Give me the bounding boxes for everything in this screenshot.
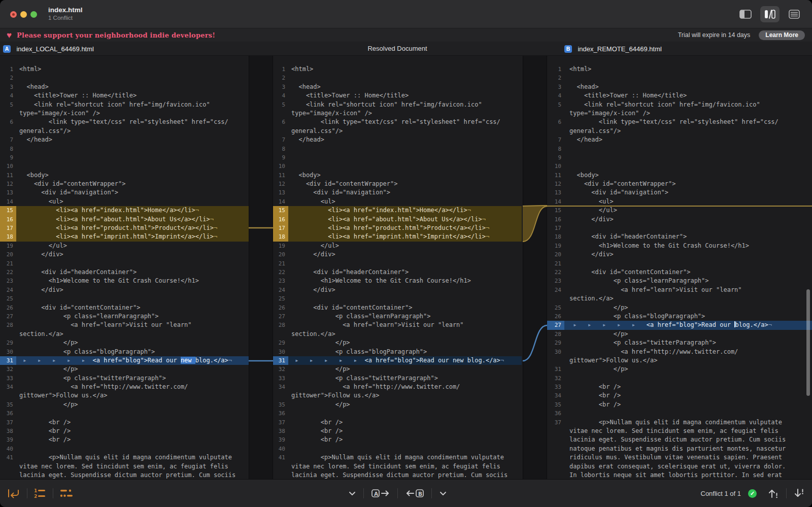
code-row[interactable]: 29 <p class="twitterParagraph">	[547, 339, 812, 347]
code-row[interactable]: 12 <div id="contentWrapper">	[0, 180, 249, 188]
code-row[interactable]: 16 </div>	[547, 215, 812, 224]
code-row[interactable]: 20 </div>	[0, 250, 249, 259]
code-row[interactable]: 6 <link type="text/css" rel="stylesheet"…	[547, 118, 812, 126]
wrap-lines-icon[interactable]	[7, 488, 20, 499]
code-row[interactable]: 28 <a href="learn">Visit our "learn"	[0, 321, 249, 329]
code-row[interactable]: vitae nec lorem. Sed tincidunt sem enim,…	[547, 427, 812, 435]
code-row[interactable]: 1<html>	[0, 65, 249, 74]
code-row[interactable]: 8	[547, 145, 812, 153]
code-row[interactable]: 22 <div id="headerContainer">	[273, 268, 522, 277]
code-row[interactable]: 30 <p class="blogParagraph">	[273, 348, 522, 356]
code-row[interactable]: general.css"/>	[0, 127, 249, 136]
code-row[interactable]: 30 <a href="http://www.twitter.com/	[547, 348, 812, 356]
code-row[interactable]: 10	[0, 162, 249, 171]
two-pane-view-icon[interactable]	[736, 6, 755, 22]
code-row[interactable]: general.css"/>	[547, 127, 812, 136]
code-row[interactable]: 31 </p>	[547, 365, 812, 374]
code-row[interactable]: 4 <title>Tower :: Home</title>	[273, 91, 522, 100]
code-row[interactable]: 5 <link rel="shortcut icon" href="img/fa…	[0, 100, 249, 109]
code-row[interactable]: 24 <a href="learn">Visit our "learn"	[547, 286, 812, 294]
code-row[interactable]: 14 <ul>	[0, 197, 249, 206]
code-row[interactable]: 12 <div id="contentWrapper">	[273, 180, 522, 188]
code-row[interactable]: 18 <li><a href="imprint.html">Imprint</a…	[0, 232, 249, 241]
code-row[interactable]: 18 <div id="headerContainer">	[547, 232, 812, 241]
code-row[interactable]: gittower">Follow us.</a>	[273, 391, 522, 400]
code-row[interactable]: 36	[547, 409, 812, 418]
code-row[interactable]: 23 <h1>Welcome to the Git Crash Course!<…	[273, 277, 522, 285]
code-row[interactable]: 22 <div id="headerContainer">	[0, 268, 249, 277]
collapse-right-icon[interactable]	[439, 491, 447, 496]
previous-conflict-icon[interactable]	[768, 488, 779, 498]
code-row[interactable]: gittower">Follow us.</a>	[547, 356, 812, 365]
code-row[interactable]: 19 </ul>	[0, 242, 249, 250]
code-row[interactable]: 27 <p class="learnParagraph">	[273, 312, 522, 321]
code-row[interactable]: 29 </p>	[0, 339, 249, 347]
code-row[interactable]: 3 <head>	[0, 83, 249, 91]
code-row[interactable]: 24 </div>	[273, 286, 522, 294]
code-row[interactable]: 25	[273, 294, 522, 303]
code-row[interactable]: lacinia eget. Suspendisse dictum auctor …	[547, 435, 812, 444]
code-row[interactable]: 31 ▸ ▸ ▸ ▸ ▸ <a href="blog">Read our new…	[0, 356, 249, 365]
code-row[interactable]: section.</a>	[547, 294, 812, 303]
next-conflict-icon[interactable]	[794, 488, 805, 498]
code-row[interactable]: 2	[273, 74, 522, 82]
code-row[interactable]: lacinia eget. Suspendisse dictum auctor …	[273, 471, 522, 479]
code-row[interactable]: 8	[273, 145, 522, 153]
code-row[interactable]: general.css"/>	[273, 127, 522, 136]
code-row[interactable]: ridiculus mus. Vestibulum vitae venenati…	[547, 453, 812, 462]
merge-view-icon[interactable]	[760, 6, 780, 22]
resolved-code-pane[interactable]: 1<html>23 <head>4 <title>Tower :: Home</…	[273, 56, 522, 479]
code-row[interactable]: 20 </div>	[547, 250, 812, 259]
code-row[interactable]: 10	[273, 162, 522, 171]
code-row[interactable]: 4 <title>Tower :: Home</title>	[0, 91, 249, 100]
take-a-icon[interactable]: A	[371, 488, 390, 498]
code-row[interactable]: section.</a>	[0, 330, 249, 339]
code-row[interactable]: 4 <title>Tower :: Home</title>	[547, 91, 812, 100]
code-row[interactable]: 17	[547, 224, 812, 232]
code-row[interactable]: 35 </p>	[0, 400, 249, 409]
code-row[interactable]: dapibus erat consequat, scelerisque erat…	[547, 462, 812, 471]
code-row[interactable]: 31 ▸ ▸ ▸ ▸ ▸ <a href="blog">Read our new…	[273, 356, 522, 365]
code-row[interactable]: 11 <body>	[0, 171, 249, 180]
code-row[interactable]: 36	[0, 409, 249, 418]
code-row[interactable]: 41 <p>Nullam quis elit id magna condimen…	[0, 453, 249, 462]
code-row[interactable]: 32 </p>	[0, 365, 249, 374]
take-b-icon[interactable]: B	[405, 488, 424, 498]
code-row[interactable]: 26 <p class="blogParagraph">	[547, 312, 812, 321]
invisible-characters-icon[interactable]	[60, 488, 73, 499]
text-view-icon[interactable]	[785, 6, 804, 22]
code-row[interactable]: 7 </head>	[0, 136, 249, 144]
code-row[interactable]: 7 </head>	[547, 136, 812, 144]
close-button[interactable]	[10, 11, 17, 18]
code-row[interactable]: 2	[0, 74, 249, 82]
code-row[interactable]: 38 <br />	[0, 427, 249, 435]
code-row[interactable]: 8	[0, 145, 249, 153]
code-row[interactable]: 16 <li><a href="about.html">About Us</a>…	[0, 215, 249, 224]
code-row[interactable]: gittower">Follow us.</a>	[0, 391, 249, 400]
code-row[interactable]: vitae nec lorem. Sed tincidunt sem enim,…	[273, 462, 522, 471]
code-row[interactable]: 15 </ul>	[547, 206, 812, 215]
code-row[interactable]: 28 </p>	[547, 330, 812, 339]
code-row[interactable]: 12 <div id="contentWrapper">	[547, 180, 812, 188]
code-row[interactable]: 1<html>	[273, 65, 522, 74]
remote-code-pane[interactable]: 1<html>23 <head>4 <title>Tower :: Home</…	[547, 56, 812, 479]
code-row[interactable]: 27 <p class="learnParagraph">	[0, 312, 249, 321]
code-row[interactable]: 9	[0, 153, 249, 162]
code-row[interactable]: 37 <br />	[273, 418, 522, 427]
code-row[interactable]: 16 <li><a href="about.html">About Us</a>…	[273, 215, 522, 224]
code-row[interactable]: 40	[273, 445, 522, 453]
code-row[interactable]: 18 <li><a href="imprint.html">Imprint</a…	[273, 232, 522, 241]
code-row[interactable]: natoque penatibus et magnis dis parturie…	[547, 445, 812, 453]
code-row[interactable]: 3 <head>	[273, 83, 522, 91]
code-row[interactable]: 32	[547, 374, 812, 383]
code-row[interactable]: 34 <a href="http://www.twitter.com/	[273, 383, 522, 391]
code-row[interactable]: 32 </p>	[273, 365, 522, 374]
code-row[interactable]: section.</a>	[273, 330, 522, 339]
code-row[interactable]: 35 <br />	[547, 400, 812, 409]
zoom-button[interactable]	[30, 11, 37, 18]
code-row[interactable]: 26 <div id="contentContainer">	[0, 303, 249, 312]
code-row[interactable]: 6 <link type="text/css" rel="stylesheet"…	[273, 118, 522, 126]
code-row[interactable]: 19 <h1>Welcome to the Git Crash Course!<…	[547, 242, 812, 250]
code-row[interactable]: 37 <br />	[0, 418, 249, 427]
code-row[interactable]: 17 <li><a href="product.html">Product</a…	[0, 224, 249, 232]
